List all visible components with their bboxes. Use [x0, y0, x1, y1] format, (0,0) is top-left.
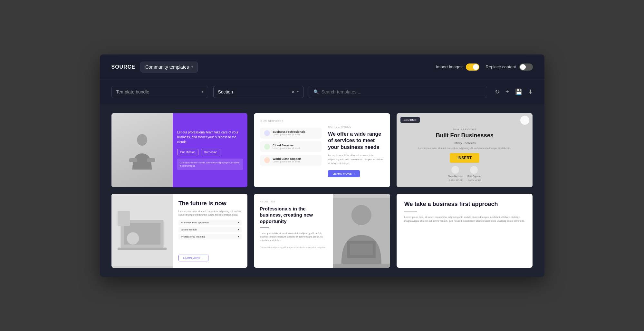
business-title: We take a business first approach	[404, 201, 525, 208]
business-divider	[404, 211, 417, 212]
template-card-3[interactable]: SECTION 👁 OUR SERVICES Built For Busines…	[397, 113, 533, 187]
card2-desc: Lorem ipsum dolor sit amet, consectetur …	[328, 153, 384, 166]
template-card-2[interactable]: OUR SERVICES Business Professionals Lore…	[254, 113, 390, 187]
insert-button[interactable]: INSERT	[450, 153, 479, 163]
infinity-desc: Lorem ipsum dolor sit amet, consectetur …	[418, 147, 511, 150]
professionals-image	[333, 194, 390, 268]
svg-point-0	[137, 134, 147, 146]
section-dropdown[interactable]: Section ✕ ▾	[213, 86, 303, 98]
template-card-4[interactable]: The future is now Lorem ipsum dolor sit …	[111, 194, 248, 268]
service-item-1-text: Business Professionals Lorem ipsum dolor…	[273, 130, 305, 136]
chevron-down-icon: ▾	[191, 65, 193, 69]
future-learn-more-btn[interactable]: LEARN MORE →	[178, 255, 208, 261]
card2-our-services: OUR SERVICES	[328, 125, 384, 128]
future-image-svg	[111, 194, 173, 268]
service-item-2: Cloud Services Lorem ipsum dolor sit ame…	[260, 141, 322, 152]
infinity-service-global: Global Access LEARN MORE	[448, 166, 463, 181]
header-right: Import images Replace content	[436, 63, 533, 71]
save-icon[interactable]: 💾	[515, 88, 522, 95]
svg-rect-1	[129, 158, 137, 162]
service-icon-1	[264, 130, 270, 136]
future-item-1: Business First Approach ▾	[178, 220, 242, 225]
service-icon-2	[264, 144, 270, 150]
future-item-2-chevron: ▾	[238, 228, 239, 231]
our-mission-btn[interactable]: Our Mission	[177, 149, 198, 155]
infinity-service-real: Real Support LEARN MORE	[466, 166, 481, 181]
add-icon[interactable]: +	[505, 88, 509, 95]
template-bundle-dropdown[interactable]: Template bundle ▾	[111, 86, 208, 98]
global-learn-more: LEARN MORE	[448, 179, 463, 181]
learn-more-btn-2[interactable]: LEARN MORE →	[328, 170, 360, 177]
future-item-2-label: Global Reach	[181, 228, 197, 231]
header-left: SOURCE Community templates ▾	[111, 62, 198, 73]
download-icon[interactable]: ⬇	[528, 88, 533, 95]
replace-content-label: Replace content	[486, 64, 516, 69]
professionals-title: Professionals in the business, creating …	[260, 206, 327, 225]
clear-section-button[interactable]: ✕	[291, 89, 295, 94]
professional-image-svg	[333, 194, 390, 268]
professionals-extra-desc: Consectetur adipiscing elit tempor incid…	[260, 246, 327, 249]
business-desc: Lorem ipsum dolor sit amet, consectetur …	[404, 215, 525, 224]
preview-eye-button[interactable]: 👁	[520, 116, 529, 125]
section-chevron-icon: ▾	[297, 90, 299, 93]
svg-rect-12	[350, 243, 373, 255]
card1-buttons: Our Mission Our Vision	[177, 149, 243, 155]
toolbar-icons: ↻ + 💾 ⬇	[495, 88, 533, 95]
professionals-desc: Lorem ipsum dolor sit amet, consectetur …	[260, 231, 327, 242]
search-icon: 🔍	[313, 89, 319, 94]
future-desc: Lorem ipsum dolor sit amet, consectetur …	[178, 209, 242, 217]
card2-title: We offer a wide range of services to mee…	[328, 131, 384, 151]
future-item-1-chevron: ▾	[238, 221, 239, 224]
import-images-label: Import images	[436, 64, 462, 69]
about-label: ABOUT US	[260, 200, 327, 203]
professionals-divider	[260, 228, 269, 228]
section-badge: SECTION	[400, 117, 420, 123]
future-item-1-label: Business First Approach	[181, 221, 209, 224]
svg-rect-2	[147, 158, 155, 162]
service-icon-3	[264, 157, 270, 163]
global-access-icon	[451, 166, 459, 174]
card1-text: Let our professional team take care of y…	[177, 130, 243, 144]
future-item-3: Professional Training ▾	[178, 234, 242, 239]
infinity-subtitle: Infinity - Services	[454, 141, 476, 145]
template-card-5[interactable]: ABOUT US Professionals in the business, …	[254, 194, 390, 268]
replace-content-group: Replace content	[486, 63, 533, 71]
svg-point-7	[127, 232, 139, 244]
section-value: Section	[218, 89, 233, 94]
template-grid: Let our professional team take care of y…	[111, 113, 533, 268]
modal-container: SOURCE Community templates ▾ Import imag…	[100, 54, 544, 277]
replace-content-toggle[interactable]	[519, 63, 533, 71]
toolbar: Template bundle ▾ Section ✕ ▾ 🔍 ↻ +	[100, 80, 544, 104]
infinity-content: OUR SERVICES Built For Businesses Infini…	[397, 113, 533, 187]
svg-rect-6	[118, 248, 167, 250]
future-items-list: Business First Approach ▾ Global Reach ▾…	[178, 220, 242, 239]
refresh-icon[interactable]: ↻	[495, 88, 500, 95]
our-vision-btn[interactable]: Our Vision	[201, 149, 220, 155]
real-learn-more: LEARN MORE	[466, 179, 481, 181]
service-item-1: Business Professionals Lorem ipsum dolor…	[260, 128, 322, 139]
service-item-2-text: Cloud Services Lorem ipsum dolor sit ame…	[273, 144, 300, 149]
service-item-3-text: World Class Support Lorem ipsum dolor si…	[273, 157, 301, 163]
toggle-knob-2	[520, 64, 526, 70]
import-images-toggle[interactable]	[466, 63, 479, 71]
infinity-services-row: Global Access LEARN MORE Real Support LE…	[448, 166, 482, 181]
template-bundle-label: Template bundle	[116, 89, 149, 94]
global-access-label: Global Access	[448, 175, 462, 177]
source-label: SOURCE	[111, 64, 135, 70]
future-image	[111, 194, 173, 268]
source-dropdown[interactable]: Community templates ▾	[140, 62, 198, 73]
bricks-footer: b Bricks	[397, 187, 533, 187]
template-grid-area: Let our professional team take care of y…	[100, 104, 544, 277]
svg-point-10	[351, 205, 371, 225]
professionals-content: ABOUT US Professionals in the business, …	[254, 194, 333, 268]
services-label: OUR SERVICES	[260, 120, 322, 122]
modal-header: SOURCE Community templates ▾ Import imag…	[100, 54, 544, 80]
template-card-6[interactable]: We take a business first approach Lorem …	[397, 194, 533, 268]
search-box[interactable]: 🔍	[309, 86, 487, 98]
section-tag-x: ✕ ▾	[291, 89, 299, 94]
template-card-1[interactable]: Let our professional team take care of y…	[111, 113, 248, 187]
toggle-knob	[473, 64, 479, 70]
card1-lorem: Lorem ipsum dolor sit amet, consectetur …	[177, 159, 243, 170]
search-input[interactable]	[322, 89, 482, 94]
future-item-2: Global Reach ▾	[178, 227, 242, 232]
